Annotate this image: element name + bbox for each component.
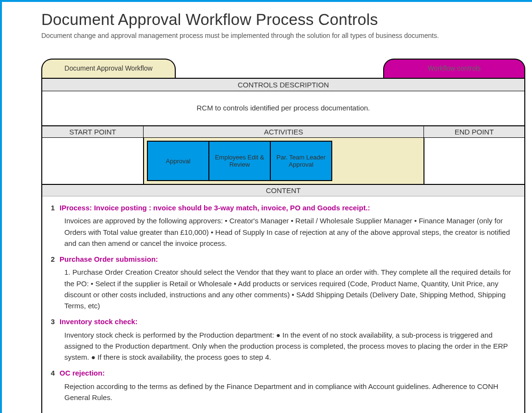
content-item-number: 3 xyxy=(45,316,60,327)
content-header: CONTENT xyxy=(42,184,524,196)
controls-description-text: RCM to controls identified per process d… xyxy=(42,91,524,125)
activity-employees-edit-review[interactable]: Employees Edit & Review xyxy=(208,141,271,181)
tab-document-approval-workflow[interactable]: Document Approval Workflow xyxy=(41,59,176,78)
activities-cell: Approval Employees Edit & Review Par. Te… xyxy=(143,138,423,184)
page-title: Document Approval Workflow Process Contr… xyxy=(41,11,532,29)
process-columns-body: Approval Employees Edit & Review Par. Te… xyxy=(42,138,524,184)
start-point-header: START POINT xyxy=(42,126,143,137)
start-point-cell xyxy=(42,138,143,184)
content-item-body: Rejection according to the terms as defi… xyxy=(64,381,521,403)
end-point-header: END POINT xyxy=(423,126,524,137)
activities-header: ACTIVITIES xyxy=(143,126,423,137)
content-item-number: 1 xyxy=(45,202,60,213)
activity-approval[interactable]: Approval xyxy=(147,141,209,181)
content-item: 3 Inventory stock check: xyxy=(45,316,521,327)
content-item-heading: IProcess: Invoice posting : nvoice shoul… xyxy=(60,202,521,213)
main-panel: CONTROLS DESCRIPTION RCM to controls ide… xyxy=(41,78,525,413)
controls-description-header: CONTROLS DESCRIPTION xyxy=(42,79,524,91)
content-item-body: Invoices are approved by the following a… xyxy=(64,215,521,249)
content-item: 2 Purchase Order submission: xyxy=(45,254,521,265)
content-item: 4 OC rejection: xyxy=(45,367,521,378)
content-item-number: 4 xyxy=(45,367,60,378)
tab-workflow-controls[interactable]: Workflow controls xyxy=(383,59,525,78)
end-point-cell xyxy=(423,138,524,184)
content-item-heading: Purchase Order submission: xyxy=(60,254,521,265)
tabs-row: Document Approval Workflow Workflow cont… xyxy=(41,59,525,78)
content-item-body: Inventory stock check is performed by th… xyxy=(64,329,521,363)
content-item-heading: Inventory stock check: xyxy=(60,316,521,327)
content-body: 1 IProcess: Invoice posting : nvoice sho… xyxy=(42,196,524,413)
content-item-number: 2 xyxy=(45,254,60,265)
process-columns-header: START POINT ACTIVITIES END POINT xyxy=(42,125,524,138)
content-item: 1 IProcess: Invoice posting : nvoice sho… xyxy=(45,202,521,213)
content-item-body: 1. Purchase Order Creation Creator shoul… xyxy=(64,267,521,311)
activity-team-leader-approval[interactable]: Par. Team Leader Approval xyxy=(270,141,332,181)
content-item-heading: OC rejection: xyxy=(60,367,521,378)
page-subtitle: Document change and approval management … xyxy=(41,32,532,39)
